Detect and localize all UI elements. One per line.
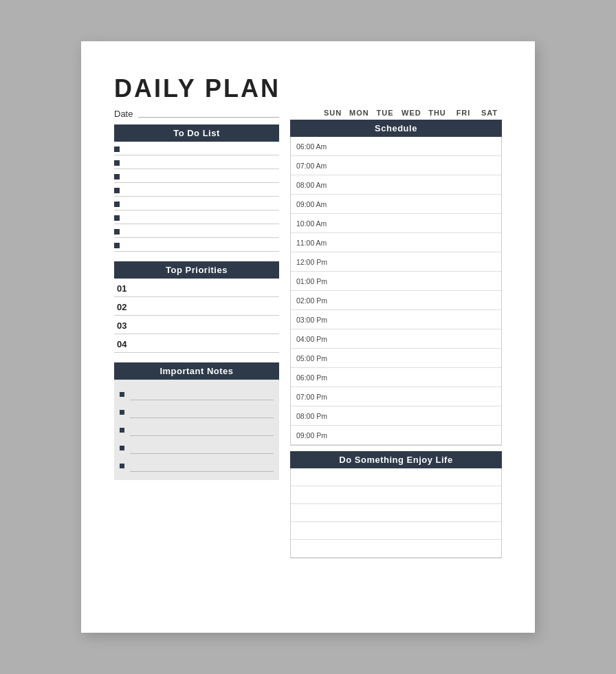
date-label: Date	[114, 109, 133, 119]
todo-bullet	[114, 174, 120, 180]
schedule-time: 09:00 Pm	[296, 431, 338, 439]
priority-number: 02	[117, 302, 136, 312]
todo-bullet	[114, 243, 120, 248]
day-label: WED	[402, 109, 421, 117]
schedule-item[interactable]: 08:00 Pm	[291, 406, 501, 426]
schedule-time: 02:00 Pm	[296, 296, 338, 305]
priority-item[interactable]: 03	[114, 316, 279, 334]
dosomething-line[interactable]	[291, 468, 501, 486]
todo-header: To Do List	[114, 124, 279, 142]
schedule-time: 06:00 Pm	[296, 373, 338, 382]
dosomething-line[interactable]	[291, 540, 501, 558]
todo-bullet	[114, 215, 120, 221]
todo-item[interactable]	[114, 210, 279, 224]
dosomething-lines	[290, 468, 502, 558]
notes-item[interactable]	[120, 457, 274, 475]
notes-header: Important Notes	[114, 362, 279, 380]
todo-item[interactable]	[114, 197, 279, 210]
priorities-section: Top Priorities 01020304	[114, 261, 279, 353]
schedule-time: 09:00 Am	[296, 200, 338, 208]
schedule-item[interactable]: 09:00 Am	[291, 195, 501, 214]
todo-bullet	[114, 229, 120, 235]
priority-number: 01	[117, 283, 136, 294]
schedule-time: 03:00 Pm	[296, 316, 338, 324]
priority-number: 04	[117, 339, 136, 349]
priority-item[interactable]: 02	[114, 297, 279, 316]
todo-item[interactable]	[114, 155, 279, 169]
todo-bullet	[114, 146, 120, 152]
schedule-time: 04:00 Pm	[296, 335, 338, 343]
schedule-item[interactable]: 04:00 Pm	[291, 329, 501, 349]
page-title: DAILY PLAN	[114, 74, 502, 103]
date-line	[138, 117, 279, 118]
schedule-time: 08:00 Am	[296, 181, 338, 189]
schedule-item[interactable]: 10:00 Am	[291, 214, 501, 233]
day-label: MON	[349, 109, 368, 117]
dosomething-line[interactable]	[291, 486, 501, 504]
schedule-list: 06:00 Am07:00 Am08:00 Am09:00 Am10:00 Am…	[290, 137, 502, 446]
schedule-time: 05:00 Pm	[296, 354, 338, 362]
todo-item[interactable]	[114, 224, 279, 238]
schedule-item[interactable]: 02:00 Pm	[291, 291, 501, 310]
notes-item[interactable]	[120, 439, 274, 457]
days-header-row: SUNMONTUEWEDTHUFRISAT	[290, 109, 502, 117]
daily-plan-page: DAILY PLAN Date To Do List Top Prioritie…	[81, 41, 535, 633]
priority-number: 03	[117, 320, 136, 331]
schedule-time: 07:00 Am	[296, 162, 338, 170]
notes-bullet	[120, 410, 124, 415]
schedule-time: 12:00 Pm	[296, 258, 338, 266]
day-label: TUE	[375, 109, 395, 117]
main-layout: Date To Do List Top Priorities 01020304 …	[114, 109, 502, 558]
notes-bullet	[120, 392, 124, 397]
notes-content	[114, 380, 279, 480]
todo-list	[114, 142, 279, 252]
day-label: FRI	[454, 109, 473, 117]
notes-bullet	[120, 464, 124, 468]
todo-bullet	[114, 202, 120, 207]
schedule-item[interactable]: 08:00 Am	[291, 175, 501, 195]
priorities-header: Top Priorities	[114, 261, 279, 279]
schedule-item[interactable]: 12:00 Pm	[291, 252, 501, 272]
schedule-item[interactable]: 07:00 Am	[291, 156, 501, 175]
date-row: Date	[114, 109, 279, 119]
day-label: SUN	[323, 109, 342, 117]
notes-section: Important Notes	[114, 362, 279, 558]
dosomething-line[interactable]	[291, 504, 501, 522]
dosomething-header: Do Something Enjoy Life	[290, 451, 502, 468]
left-column: Date To Do List Top Priorities 01020304 …	[114, 109, 279, 558]
schedule-time: 01:00 Pm	[296, 277, 338, 285]
notes-item[interactable]	[120, 385, 274, 403]
day-label: SAT	[480, 109, 499, 117]
todo-bullet	[114, 188, 120, 193]
day-label: THU	[428, 109, 447, 117]
schedule-time: 11:00 Am	[296, 239, 338, 247]
schedule-item[interactable]: 03:00 Pm	[291, 310, 501, 329]
todo-item[interactable]	[114, 183, 279, 197]
priority-item[interactable]: 04	[114, 334, 279, 353]
notes-bullet	[120, 446, 124, 450]
schedule-item[interactable]: 09:00 Pm	[291, 426, 501, 445]
todo-item[interactable]	[114, 238, 279, 252]
schedule-item[interactable]: 06:00 Pm	[291, 368, 501, 387]
schedule-item[interactable]: 07:00 Pm	[291, 387, 501, 406]
schedule-time: 10:00 Am	[296, 219, 338, 228]
schedule-time: 06:00 Am	[296, 142, 338, 151]
notes-item[interactable]	[120, 421, 274, 439]
dosomething-line[interactable]	[291, 522, 501, 540]
schedule-item[interactable]: 05:00 Pm	[291, 349, 501, 368]
todo-item[interactable]	[114, 169, 279, 183]
notes-item[interactable]	[120, 403, 274, 421]
schedule-time: 08:00 Pm	[296, 412, 338, 420]
priorities-list: 01020304	[114, 279, 279, 353]
schedule-header: Schedule	[290, 120, 502, 137]
priority-item[interactable]: 01	[114, 279, 279, 297]
schedule-item[interactable]: 11:00 Am	[291, 233, 501, 252]
todo-item[interactable]	[114, 142, 279, 155]
schedule-item[interactable]: 06:00 Am	[291, 137, 501, 156]
schedule-item[interactable]: 01:00 Pm	[291, 272, 501, 291]
todo-section: To Do List	[114, 124, 279, 252]
notes-bullet	[120, 428, 124, 433]
todo-bullet	[114, 160, 120, 166]
schedule-time: 07:00 Pm	[296, 393, 338, 401]
right-column: SUNMONTUEWEDTHUFRISAT Schedule 06:00 Am0…	[290, 109, 502, 558]
